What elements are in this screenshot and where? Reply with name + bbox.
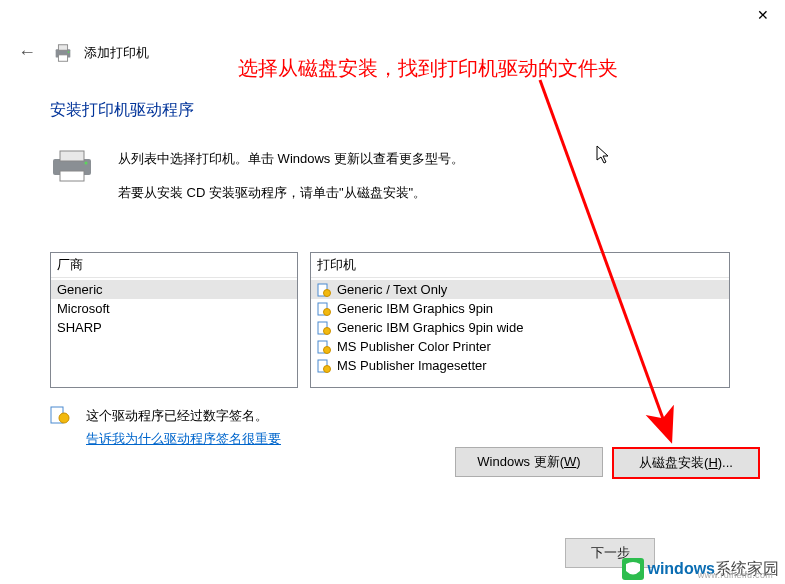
list-item[interactable]: SHARP [51, 318, 297, 337]
windows-update-button[interactable]: Windows 更新(W) [455, 447, 603, 477]
signed-driver-icon [317, 283, 331, 297]
list-item[interactable]: Generic IBM Graphics 9pin wide [311, 318, 729, 337]
svg-point-13 [324, 327, 331, 334]
svg-rect-2 [58, 54, 67, 60]
signed-driver-icon [317, 302, 331, 316]
back-arrow[interactable]: ← [12, 40, 42, 65]
certificate-icon [50, 406, 70, 424]
svg-point-11 [324, 308, 331, 315]
svg-rect-5 [60, 151, 84, 161]
list-item[interactable]: MS Publisher Imagesetter [311, 356, 729, 375]
signature-info-link[interactable]: 告诉我为什么驱动程序签名很重要 [86, 431, 281, 446]
svg-point-17 [324, 365, 331, 372]
list-item[interactable]: Generic [51, 280, 297, 299]
svg-point-19 [59, 413, 69, 423]
printer-header: 打印机 [311, 253, 729, 278]
svg-point-7 [85, 162, 88, 165]
close-button[interactable]: ✕ [740, 0, 785, 30]
list-item[interactable]: Microsoft [51, 299, 297, 318]
printer-icon [52, 42, 74, 64]
manufacturer-header: 厂商 [51, 253, 297, 278]
info-text: 从列表中选择打印机。单击 Windows 更新以查看更多型号。 若要从安装 CD… [118, 149, 464, 216]
list-item[interactable]: Generic / Text Only [311, 280, 729, 299]
annotation-text: 选择从磁盘安装，找到打印机驱动的文件夹 [238, 55, 618, 82]
printer-listbox[interactable]: 打印机 Generic / Text Only Generic IBM Grap… [310, 252, 730, 388]
list-item[interactable]: Generic IBM Graphics 9pin [311, 299, 729, 318]
manufacturer-listbox[interactable]: 厂商 Generic Microsoft SHARP [50, 252, 298, 388]
info-line-1: 从列表中选择打印机。单击 Windows 更新以查看更多型号。 [118, 149, 464, 169]
signed-driver-icon [317, 321, 331, 335]
svg-point-15 [324, 346, 331, 353]
watermark-logo-icon [622, 558, 644, 580]
signature-status: 这个驱动程序已经过数字签名。 [86, 404, 281, 427]
wizard-header: ← 添加打印机 [12, 40, 149, 65]
mouse-cursor-icon [596, 145, 612, 165]
have-disk-button[interactable]: 从磁盘安装(H)... [612, 447, 760, 479]
svg-rect-1 [58, 44, 67, 50]
signed-driver-icon [317, 359, 331, 373]
printer-large-icon [50, 149, 94, 183]
watermark: windows系统家园 www.ruiheifu.com [622, 558, 779, 580]
svg-rect-6 [60, 171, 84, 181]
signed-driver-icon [317, 340, 331, 354]
svg-point-3 [68, 51, 70, 53]
section-title: 安装打印机驱动程序 [50, 100, 740, 121]
list-item[interactable]: MS Publisher Color Printer [311, 337, 729, 356]
info-line-2: 若要从安装 CD 安装驱动程序，请单击"从磁盘安装"。 [118, 183, 464, 203]
svg-point-9 [324, 289, 331, 296]
wizard-title: 添加打印机 [84, 44, 149, 62]
